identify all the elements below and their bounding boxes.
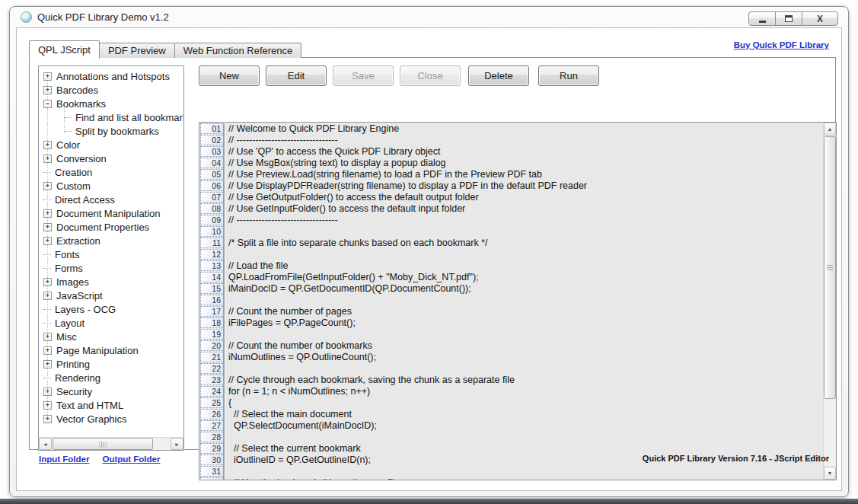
code-line[interactable]: iMainDocID = QP.GetDocumentID(QP.Documen… bbox=[225, 283, 823, 295]
tree-item-split-by-bookmarks[interactable]: Split by bookmarks bbox=[39, 124, 183, 138]
tree-item-document-manipulation[interactable]: +Document Manipulation bbox=[39, 206, 183, 220]
code-line[interactable] bbox=[225, 249, 823, 260]
expand-plus-icon[interactable]: + bbox=[43, 72, 52, 81]
function-tree[interactable]: +Annotations and Hotspots+Barcodes−Bookm… bbox=[38, 65, 184, 451]
delete-button[interactable]: Delete bbox=[468, 65, 529, 86]
tree-item-layout[interactable]: Layout bbox=[39, 316, 183, 330]
tab-qpl-jscript[interactable]: QPL JScript bbox=[29, 40, 100, 59]
tree-item-vector-graphics[interactable]: +Vector Graphics bbox=[39, 412, 183, 426]
code-line[interactable]: // Welcome to Quick PDF Library Engine bbox=[225, 123, 823, 135]
code-line[interactable] bbox=[225, 226, 823, 238]
tree-item-fonts[interactable]: Fonts bbox=[39, 247, 183, 261]
tab-pdf-preview[interactable]: PDF Preview bbox=[99, 43, 175, 58]
expand-plus-icon[interactable]: + bbox=[43, 155, 52, 163]
output-folder-link[interactable]: Output Folder bbox=[102, 455, 160, 464]
tree-item-barcodes[interactable]: +Barcodes bbox=[39, 83, 183, 97]
expand-plus-icon[interactable]: + bbox=[43, 401, 52, 410]
expand-plus-icon[interactable]: + bbox=[43, 388, 52, 396]
editor-vertical-scrollbar[interactable]: ▲ ▼ bbox=[823, 123, 836, 480]
minimize-button[interactable] bbox=[748, 11, 776, 26]
run-button[interactable]: Run bbox=[538, 65, 599, 86]
tree-item-images[interactable]: +Images bbox=[39, 275, 183, 289]
tree-item-printing[interactable]: +Printing bbox=[39, 357, 183, 371]
tree-item-annotations-and-hotspots[interactable]: +Annotations and Hotspots bbox=[39, 69, 183, 83]
expand-plus-icon[interactable]: + bbox=[43, 346, 52, 355]
code-line[interactable]: // Cycle through each bookmark, saving t… bbox=[225, 375, 823, 386]
tree-item-layers-ocg[interactable]: Layers - OCG bbox=[39, 302, 183, 316]
tree-hscroll-thumb[interactable] bbox=[53, 438, 153, 450]
code-line[interactable]: // Use GetOutputFolder() to access the d… bbox=[225, 192, 823, 203]
tree-horizontal-scrollbar[interactable]: ◄ ► bbox=[39, 437, 183, 450]
code-line[interactable]: // Use GetInputFolder() to access the de… bbox=[225, 203, 823, 215]
tree-item-label: Images bbox=[56, 276, 89, 288]
code-line[interactable]: for (n = 1; n < iNumOutlines; n++) bbox=[225, 386, 823, 397]
title-bar[interactable]: Quick PDF Library Demo v1.2 X bbox=[10, 7, 848, 27]
code-line[interactable]: // Select the current bookmark bbox=[225, 443, 823, 455]
tree-item-find-and-list-all-bookmark[interactable]: Find and list all bookmark bbox=[39, 110, 183, 124]
expand-plus-icon[interactable]: + bbox=[43, 182, 52, 190]
tree-item-direct-access[interactable]: Direct Access bbox=[39, 193, 183, 206]
code-line[interactable] bbox=[225, 466, 823, 477]
code-line[interactable]: QP.SelectDocument(iMainDocID); bbox=[225, 420, 823, 432]
edit-button[interactable]: Edit bbox=[266, 65, 327, 86]
scroll-left-icon[interactable]: ◄ bbox=[39, 438, 52, 450]
expand-plus-icon[interactable]: + bbox=[43, 223, 52, 231]
close-button[interactable]: X bbox=[802, 11, 838, 26]
tree-item-forms[interactable]: Forms bbox=[39, 261, 183, 275]
code-line[interactable]: // Use Preview.Load(string filename) to … bbox=[225, 169, 823, 180]
code-line[interactable]: // Load the file bbox=[225, 260, 823, 272]
code-line[interactable]: // Use 'QP' to access the Quick PDF Libr… bbox=[225, 146, 823, 158]
new-button[interactable]: New bbox=[199, 65, 260, 86]
editor-vscroll-thumb[interactable] bbox=[824, 136, 836, 399]
expand-plus-icon[interactable]: + bbox=[43, 278, 52, 286]
code-line[interactable]: // Count the number of pages bbox=[225, 306, 823, 317]
code-line[interactable]: // Use MsgBox(string text) to display a … bbox=[225, 158, 823, 169]
tree-item-document-properties[interactable]: +Document Properties bbox=[39, 220, 183, 234]
tree-item-text-and-html[interactable]: +Text and HTML bbox=[39, 398, 183, 412]
tree-item-rendering[interactable]: Rendering bbox=[39, 371, 183, 384]
tab-web-function-reference[interactable]: Web Function Reference bbox=[174, 43, 302, 58]
code-line[interactable]: // Use the bookmark title as the new fil… bbox=[225, 477, 823, 480]
tree-item-creation[interactable]: Creation bbox=[39, 165, 183, 179]
code-line[interactable]: { bbox=[225, 397, 823, 409]
tree-item-bookmarks[interactable]: −Bookmarks bbox=[39, 97, 183, 110]
tree-item-custom[interactable]: +Custom bbox=[39, 179, 183, 193]
maximize-button[interactable] bbox=[775, 11, 802, 26]
code-line[interactable]: // -------------------------------- bbox=[225, 135, 823, 146]
expand-plus-icon[interactable]: + bbox=[43, 141, 52, 149]
tree-item-misc[interactable]: +Misc bbox=[39, 330, 183, 343]
tree-item-security[interactable]: +Security bbox=[39, 384, 183, 398]
buy-quick-pdf-library-link[interactable]: Buy Quick PDF Library bbox=[734, 40, 829, 49]
tree-item-extraction[interactable]: +Extraction bbox=[39, 234, 183, 247]
code-line[interactable] bbox=[225, 329, 823, 340]
tree-item-conversion[interactable]: +Conversion bbox=[39, 152, 183, 165]
input-folder-link[interactable]: Input Folder bbox=[39, 455, 89, 464]
scroll-right-icon[interactable]: ► bbox=[171, 438, 183, 450]
expand-plus-icon[interactable]: + bbox=[43, 86, 52, 94]
expand-plus-icon[interactable]: + bbox=[43, 292, 52, 300]
tree-item-javascript[interactable]: +JavaScript bbox=[39, 289, 183, 302]
expand-plus-icon[interactable]: + bbox=[43, 333, 52, 341]
code-line[interactable]: // Count the number of bookmarks bbox=[225, 340, 823, 352]
expand-plus-icon[interactable]: + bbox=[43, 360, 52, 368]
expand-plus-icon[interactable]: + bbox=[43, 209, 52, 218]
code-line[interactable]: iFilePages = QP.PageCount(); bbox=[225, 317, 823, 329]
expand-plus-icon[interactable]: + bbox=[43, 237, 52, 245]
code-pane[interactable]: // Welcome to Quick PDF Library Engine//… bbox=[223, 123, 823, 480]
code-line[interactable] bbox=[225, 432, 823, 443]
code-line[interactable]: // Select the main document bbox=[225, 409, 823, 420]
scroll-up-icon[interactable]: ▲ bbox=[824, 123, 836, 136]
code-line[interactable]: // Use DisplayPDFReader(string filename)… bbox=[225, 180, 823, 192]
collapse-minus-icon[interactable]: − bbox=[43, 100, 52, 108]
code-line[interactable]: /* Split a file into separate chunks bas… bbox=[225, 238, 823, 249]
tree-item-color[interactable]: +Color bbox=[39, 138, 183, 152]
code-line[interactable]: iNumOutlines = QP.OutlineCount(); bbox=[225, 352, 823, 363]
expand-plus-icon[interactable]: + bbox=[43, 415, 52, 423]
code-editor[interactable]: 0102030405060708091011121314151617181920… bbox=[199, 122, 837, 480]
code-line[interactable] bbox=[225, 295, 823, 306]
code-line[interactable]: QP.LoadFromFile(GetInputFolder() + "Moby… bbox=[225, 272, 823, 283]
scroll-down-icon[interactable]: ▼ bbox=[824, 467, 836, 480]
code-line[interactable] bbox=[225, 363, 823, 375]
tree-item-page-manipulation[interactable]: +Page Manipulation bbox=[39, 343, 183, 357]
code-line[interactable]: // -------------------------------- bbox=[225, 215, 823, 226]
